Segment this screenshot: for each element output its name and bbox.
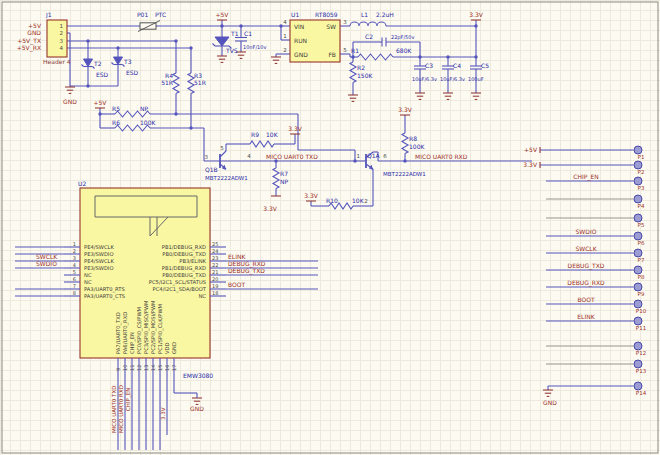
u1-designator: U1 xyxy=(291,11,299,18)
u2-left-pin-number: 2 xyxy=(73,248,76,254)
u2-bottom-pin-number: 12 xyxy=(136,365,142,371)
resistor-r9[interactable] xyxy=(250,141,274,147)
esd-diode-t3[interactable] xyxy=(114,57,123,65)
u1-pin-2: 2 xyxy=(283,47,287,53)
u2-bottom-pin-name: CHIP_EN xyxy=(129,332,136,354)
testpoint-pad[interactable] xyxy=(634,300,642,308)
u2-right-pin-name: PC5/I2C1_SCL/STATUS xyxy=(149,279,206,286)
testpoint-label: P9 xyxy=(638,291,645,297)
u2-right-pin-name: PB0/DEBUG_TXD xyxy=(162,272,206,279)
q1b-pin-5: 5 xyxy=(220,145,224,151)
testpoint-pad[interactable] xyxy=(634,266,642,274)
testpoint-p3: P3CHIP_EN xyxy=(546,173,645,192)
c3-value: 10uF/6.3v xyxy=(412,76,437,82)
junction-dot xyxy=(403,159,406,162)
testpoint-pad[interactable] xyxy=(634,360,642,368)
testpoint-label: P8 xyxy=(638,274,645,280)
junction-dot xyxy=(174,112,177,115)
testpoint-pad[interactable] xyxy=(634,214,642,222)
r2-designator: R2 xyxy=(357,64,365,71)
resistor-r2[interactable] xyxy=(350,62,356,83)
resistor-r4[interactable] xyxy=(173,73,179,94)
esd-diode-t2[interactable] xyxy=(84,59,93,67)
p01-comment: PTC xyxy=(155,11,166,18)
c4-designator: C4 xyxy=(453,62,461,69)
u2-bottom-pin-number: 10 xyxy=(122,365,128,371)
inductor-l1[interactable] xyxy=(350,22,386,26)
testpoint-pad[interactable] xyxy=(634,283,642,291)
testpoint-pad[interactable] xyxy=(634,177,642,185)
gnd-label-u2: GND xyxy=(190,405,204,412)
net-label-elink: ELINK xyxy=(577,313,595,320)
testpoint-pad[interactable] xyxy=(634,342,642,350)
testpoint-label: P7 xyxy=(638,257,645,263)
q1a-designator: Q1A xyxy=(367,152,381,159)
u2-bottom-pin-number: 14 xyxy=(150,365,156,371)
u2-right-pin-name: PC4/I2C1_SDA/BOOT xyxy=(153,286,207,293)
testpoint-p7: P7SWCLK xyxy=(546,245,645,264)
testpoint-p8: P8DEBUG_TXD xyxy=(546,262,645,281)
junction-dot xyxy=(86,84,89,87)
u1-pinname-sw: SW xyxy=(326,23,336,30)
testpoint-p13: P13 xyxy=(546,360,647,374)
testpoint-label: P10 xyxy=(636,308,647,314)
pwr-3v3-top: 3.3V xyxy=(469,11,484,18)
c5-value: 100uF xyxy=(468,76,484,82)
r6-value: 100K xyxy=(140,119,156,126)
testpoint-label: P3 xyxy=(638,185,645,191)
u2-part: EMW3080 xyxy=(183,372,213,379)
net-label-debug_txd: DEBUG_TXD xyxy=(568,262,605,270)
testpoint-pad[interactable] xyxy=(634,317,642,325)
r8-value: 100K xyxy=(409,143,425,150)
testpoint-pad[interactable] xyxy=(634,232,642,240)
pwr-3v3-r9: 3.3V xyxy=(288,125,303,132)
t1-designator: T1 xyxy=(230,30,239,37)
testpoint-pad[interactable] xyxy=(634,249,642,257)
u2-bottom-pin-number: 13 xyxy=(143,365,149,371)
resistor-r8[interactable] xyxy=(402,133,408,154)
net-label-elink: ELINK xyxy=(228,253,246,260)
testpoint-pad[interactable] xyxy=(634,195,642,203)
c2-designator: C2 xyxy=(365,33,373,40)
j1-pin-3: 3 xyxy=(60,38,64,44)
resistor-r1[interactable] xyxy=(358,54,393,60)
testpoint-layer: P1+5VP23.3VP3CHIP_ENP4P5P6SWDIOP7SWCLKP8… xyxy=(523,146,646,406)
net-mico-uart0-txd-vert: MICO UART0 TXD xyxy=(111,386,117,433)
u2-bottom-pin-name: PA7/UART0_TXD xyxy=(115,312,122,354)
testpoint-pad[interactable] xyxy=(634,382,642,390)
testpoint-pad[interactable] xyxy=(634,161,642,169)
r10-value: 10K xyxy=(352,197,365,204)
u1-pinname-vin: VIN xyxy=(294,23,304,30)
q1a-part: MBT2222ADW1 xyxy=(383,171,426,177)
c2-value: 22pF/50v xyxy=(391,34,414,41)
u2-right-pin-number: 23 xyxy=(212,255,218,261)
testpoint-label: P14 xyxy=(636,390,647,396)
schematic-canvas[interactable]: 1PE4/SWCLK2PE3/SWDIO3PE4/SWCLKSWCLK4PE3/… xyxy=(0,0,660,455)
u2-bottom-pin-name: PA6/UART0_RXD xyxy=(122,312,129,354)
u1-pin-3: 3 xyxy=(343,19,347,25)
resistor-r7[interactable] xyxy=(273,168,279,189)
net-chip-en-vert: CHIP_EN xyxy=(125,388,132,411)
connector-j1[interactable] xyxy=(47,20,67,57)
c3-designator: C3 xyxy=(425,62,433,69)
l1-designator: L1 xyxy=(361,11,368,18)
r10-designator: R10 xyxy=(326,197,338,204)
u2-bottom-pin-name: VDD xyxy=(164,342,170,354)
net-label-boot: BOOT xyxy=(577,296,594,303)
net-mico-uart0-rxd: MICO UART0 RXD xyxy=(415,153,468,160)
tvs-diode-t1[interactable] xyxy=(215,37,229,46)
u2-bottom-pin-number: 15 xyxy=(157,365,163,371)
testpoint-label: P2 xyxy=(638,169,645,175)
c1-designator: C1 xyxy=(244,30,252,37)
u2-right-pin-number: 19 xyxy=(212,283,218,289)
t3-comment: ESD xyxy=(126,69,139,76)
r10-pin-2: 2 xyxy=(364,198,368,204)
testpoint-pad[interactable] xyxy=(634,146,642,154)
r4-value: 51R xyxy=(161,79,173,86)
r3-designator: R3 xyxy=(194,72,202,79)
r5-designator: R5 xyxy=(112,105,120,112)
r9-designator: R9 xyxy=(251,131,259,138)
junction-dot xyxy=(239,24,242,27)
junction-dot xyxy=(189,126,192,129)
u2-bottom-pin-name: PC2/SPI0_MOSI/PWM xyxy=(150,300,157,354)
